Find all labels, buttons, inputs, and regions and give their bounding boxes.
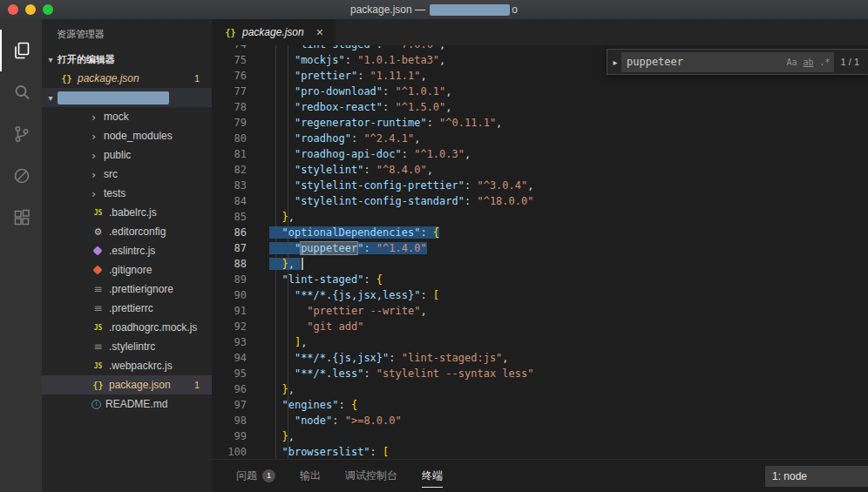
close-tab-icon[interactable]: ×	[316, 25, 323, 39]
code-line[interactable]: 96 },	[212, 381, 868, 397]
code-line[interactable]: 85 },	[212, 209, 868, 225]
panel-tab-terminal[interactable]: 终端	[422, 465, 443, 488]
line-number[interactable]: 74	[212, 45, 247, 52]
minimize-window-button[interactable]	[25, 4, 36, 15]
line-number[interactable]: 97	[212, 397, 247, 413]
line-number[interactable]: 87	[212, 240, 247, 256]
tree-file-package.json[interactable]: {}package.json1	[42, 375, 212, 394]
token: :	[465, 195, 477, 207]
line-number[interactable]: 85	[212, 209, 247, 225]
line-number[interactable]: 75	[212, 52, 247, 68]
code-line[interactable]: 84 "stylelint-config-standard": "^18.0.0…	[212, 193, 868, 209]
code-line[interactable]: 80 "roadhog": "^2.4.1",	[212, 131, 868, 146]
regex-icon[interactable]: .*	[820, 57, 831, 67]
token	[269, 70, 295, 82]
code-line[interactable]: 83 "stylelint-config-prettier": "^3.0.4"…	[212, 178, 868, 193]
tree-folder-src[interactable]: ›src	[42, 165, 212, 184]
open-editors-header[interactable]: ▾ 打开的编辑器	[42, 50, 212, 69]
code-line[interactable]: 97 "engines": {	[212, 397, 868, 413]
code-editor[interactable]: 74 "lint-staged": "^7.0.0",75 "mockjs": …	[212, 45, 868, 459]
tree-folder-tests[interactable]: ›tests	[42, 184, 212, 203]
terminal-picker[interactable]: 1: node	[765, 466, 868, 487]
code-line[interactable]: 77 "pro-download": "^1.0.1",	[212, 84, 868, 99]
tree-file-.webpackrc.js[interactable]: JS.webpackrc.js	[42, 356, 212, 375]
line-number[interactable]: 77	[212, 84, 247, 99]
tree-folder-public[interactable]: ›public	[42, 145, 212, 165]
code-text: "redbox-react": "^1.5.0",	[269, 99, 452, 115]
tree-file-.stylelintrc[interactable]: ≡.stylelintrc	[42, 337, 212, 356]
tree-file-.editorconfig[interactable]: ⚙.editorconfig	[42, 222, 212, 241]
code-line[interactable]: 95 "**/*.less": "stylelint --syntax less…	[212, 366, 868, 381]
tree-file-.gitignore[interactable]: .gitignore	[42, 260, 212, 280]
tree-folder-node_modules[interactable]: ›node_modules	[42, 126, 212, 145]
toggle-replace-icon[interactable]: ▸	[609, 57, 621, 67]
line-number[interactable]: 94	[212, 350, 247, 366]
tree-folder-mock[interactable]: ›mock	[42, 107, 212, 126]
close-window-button[interactable]	[8, 4, 18, 15]
line-number[interactable]: 90	[212, 287, 247, 303]
code-line[interactable]: 89 "lint-staged": {	[212, 272, 868, 287]
find-input[interactable]: puppeteer Aa ab .*	[621, 52, 834, 72]
tree-file-.prettierrc[interactable]: ≡.prettierrc	[42, 299, 212, 318]
line-number[interactable]: 92	[212, 319, 247, 334]
line-number[interactable]: 76	[212, 68, 247, 84]
code-line[interactable]: 98 "node": ">=8.0.0"	[212, 413, 868, 428]
panel-tab-debug-console[interactable]: 调试控制台	[345, 465, 397, 488]
line-number[interactable]: 79	[212, 115, 247, 131]
chevron-right-icon: ›	[92, 149, 100, 162]
code-line[interactable]: 87 "puppeteer": "^1.4.0"	[212, 240, 868, 256]
line-number[interactable]: 83	[212, 178, 247, 193]
line-number[interactable]: 81	[212, 146, 247, 162]
tree-file-.eslintrc.js[interactable]: .eslintrc.js	[42, 241, 212, 260]
match-case-icon[interactable]: Aa	[786, 57, 797, 67]
zoom-window-button[interactable]	[43, 4, 53, 15]
tree-file-.prettierignore[interactable]: ≡.prettierignore	[42, 280, 212, 299]
open-editor-file-name: package.json	[78, 72, 139, 84]
line-number[interactable]: 95	[212, 366, 247, 381]
open-editor-item-package-json[interactable]: {} package.json 1	[42, 69, 212, 88]
tab-package-json[interactable]: {} package.json ×	[212, 19, 336, 45]
line-number[interactable]: 84	[212, 193, 247, 209]
code-line[interactable]: 78 "redbox-react": "^1.5.0",	[212, 99, 868, 115]
code-line[interactable]: 93 ],	[212, 334, 868, 350]
activity-source-control-icon[interactable]	[0, 113, 42, 155]
code-line[interactable]: 92 "git add"	[212, 319, 868, 334]
code-line[interactable]: 90 "**/*.{js,jsx,less}": [	[212, 287, 868, 303]
code-line[interactable]: 82 "stylelint": "^8.4.0",	[212, 162, 868, 178]
code-line[interactable]: 94 "**/*.{js,jsx}": "lint-staged:js",	[212, 350, 868, 366]
code-line[interactable]: 88 },	[212, 256, 868, 272]
line-number[interactable]: 89	[212, 272, 247, 287]
code-line[interactable]: 100 "browserslist": [	[212, 444, 868, 459]
line-number[interactable]: 100	[212, 444, 247, 459]
whole-word-icon[interactable]: ab	[804, 57, 814, 67]
code-line[interactable]: 81 "roadhog-api-doc": "^1.0.3",	[212, 146, 868, 162]
line-number[interactable]: 82	[212, 162, 247, 178]
workspace-root-row[interactable]: ▾	[42, 88, 212, 107]
terminal-picker-value: 1: node	[772, 470, 807, 482]
tree-file-.babelrc.js[interactable]: JS.babelrc.js	[42, 203, 212, 222]
token: ,	[439, 54, 445, 66]
line-number[interactable]: 86	[212, 225, 247, 240]
file-name: .roadhogrc.mock.js	[109, 321, 197, 334]
line-number[interactable]: 99	[212, 428, 247, 444]
panel-tab-problems[interactable]: 问题1	[236, 465, 275, 488]
activity-debug-icon[interactable]	[0, 155, 42, 197]
panel-tab-output[interactable]: 输出	[300, 465, 321, 488]
folder-name: tests	[104, 187, 125, 199]
line-number[interactable]: 88	[212, 256, 247, 272]
line-number[interactable]: 80	[212, 131, 247, 146]
line-number[interactable]: 78	[212, 99, 247, 115]
line-number[interactable]: 91	[212, 303, 247, 319]
code-line[interactable]: 91 "prettier --write",	[212, 303, 868, 319]
line-number[interactable]: 96	[212, 381, 247, 397]
line-number[interactable]: 93	[212, 334, 247, 350]
line-number[interactable]: 98	[212, 413, 247, 428]
code-line[interactable]: 99 },	[212, 428, 868, 444]
activity-files-icon[interactable]	[0, 30, 42, 71]
code-line[interactable]: 86 "optionalDependencies": {	[212, 225, 868, 240]
activity-extensions-icon[interactable]	[0, 197, 42, 239]
tree-file-.roadhogrc.mock.js[interactable]: JS.roadhogrc.mock.js	[42, 318, 212, 337]
code-line[interactable]: 79 "regenerator-runtime": "^0.11.1",	[212, 115, 868, 131]
tree-file-README.md[interactable]: iREADME.md	[42, 394, 212, 414]
activity-search-icon[interactable]	[0, 71, 42, 113]
